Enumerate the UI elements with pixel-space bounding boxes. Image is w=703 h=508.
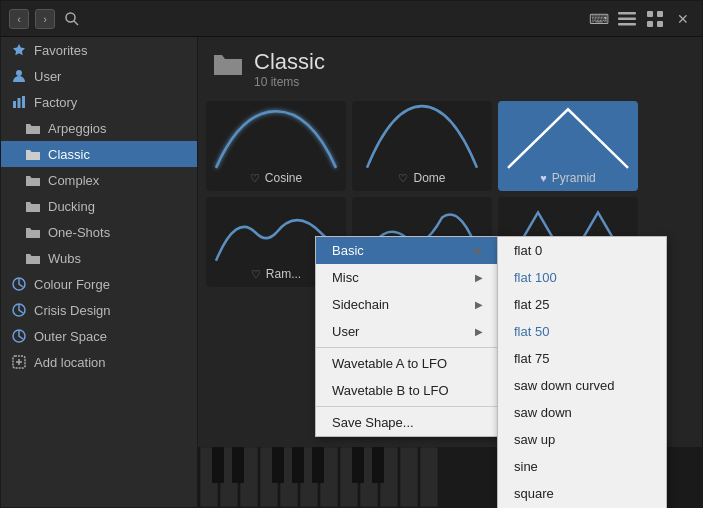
misc-submenu-arrow: ▶ xyxy=(475,272,483,283)
cosine-heart-icon: ♡ xyxy=(250,172,260,185)
keyboard-icon[interactable]: ⌨ xyxy=(588,8,610,30)
svg-point-9 xyxy=(16,70,22,76)
context-menu-item-sidechain[interactable]: Sidechain ▶ xyxy=(316,291,499,318)
svg-rect-34 xyxy=(272,447,284,483)
colour-forge-label: Colour Forge xyxy=(34,277,187,292)
sidebar-item-ducking[interactable]: Ducking xyxy=(1,193,197,219)
classic-folder-icon xyxy=(25,146,41,162)
sidebar-item-colour-forge[interactable]: Colour Forge xyxy=(1,271,197,297)
context-menu-item-misc[interactable]: Misc ▶ xyxy=(316,264,499,291)
sidebar-item-favorites[interactable]: Favorites xyxy=(1,37,197,63)
sidebar-item-add-location[interactable]: Add location xyxy=(1,349,197,375)
panel-title-block: Classic 10 items xyxy=(254,49,325,89)
waveform-cosine[interactable]: ♡ Cosine xyxy=(206,101,346,191)
sidebar-item-arpeggios[interactable]: Arpeggios xyxy=(1,115,197,141)
context-menu-item-basic[interactable]: Basic ▶ xyxy=(316,237,499,264)
pyramid-label: ♥ Pyramid xyxy=(540,171,596,185)
submenu-item-saw-down[interactable]: saw down xyxy=(498,399,666,426)
context-menu-item-save-shape[interactable]: Save Shape... xyxy=(316,409,499,436)
arpeggios-folder-icon xyxy=(25,120,41,136)
sidebar-item-user[interactable]: User xyxy=(1,63,197,89)
svg-rect-10 xyxy=(13,101,16,108)
submenu-item-square[interactable]: square xyxy=(498,480,666,507)
context-menu-item-wavetable-b[interactable]: Wavetable B to LFO xyxy=(316,377,499,404)
user-label: User xyxy=(34,69,187,84)
outer-space-label: Outer Space xyxy=(34,329,187,344)
submenu-item-flat-100[interactable]: flat 100 xyxy=(498,264,666,291)
sidebar: Favorites User xyxy=(1,37,198,507)
svg-rect-35 xyxy=(292,447,304,483)
wubs-label: Wubs xyxy=(48,251,187,266)
grid-view-icon[interactable] xyxy=(644,8,666,30)
cosine-label: ♡ Cosine xyxy=(250,171,302,185)
colour-forge-icon xyxy=(11,276,27,292)
submenu-item-saw-up[interactable]: saw up xyxy=(498,426,666,453)
sidebar-item-one-shots[interactable]: One-Shots xyxy=(1,219,197,245)
svg-rect-38 xyxy=(372,447,384,483)
panel-subtitle: 10 items xyxy=(254,75,325,89)
context-menu-separator-1 xyxy=(316,347,499,348)
ducking-label: Ducking xyxy=(48,199,187,214)
back-button[interactable]: ‹ xyxy=(9,9,29,29)
dome-label: ♡ Dome xyxy=(398,171,445,185)
user-submenu-arrow: ▶ xyxy=(475,326,483,337)
ducking-folder-icon xyxy=(25,198,41,214)
ramp-heart-icon: ♡ xyxy=(251,268,261,281)
submenu-item-flat-75[interactable]: flat 75 xyxy=(498,345,666,372)
svg-rect-30 xyxy=(400,447,418,507)
svg-rect-6 xyxy=(657,11,663,17)
favorites-label: Favorites xyxy=(34,43,187,58)
panel-header: Classic 10 items xyxy=(198,37,702,97)
one-shots-label: One-Shots xyxy=(48,225,187,240)
svg-rect-3 xyxy=(618,17,636,20)
list-view-icon[interactable] xyxy=(616,8,638,30)
submenu-item-flat-0[interactable]: flat 0 xyxy=(498,237,666,264)
submenu-item-flat-25[interactable]: flat 25 xyxy=(498,291,666,318)
svg-rect-11 xyxy=(18,98,21,108)
complex-folder-icon xyxy=(25,172,41,188)
search-field[interactable] xyxy=(93,11,582,26)
dome-heart-icon: ♡ xyxy=(398,172,408,185)
context-menu: Basic ▶ Misc ▶ Sidechain ▶ User ▶ Waveta… xyxy=(315,236,500,437)
favorites-icon xyxy=(11,42,27,58)
sidebar-item-outer-space[interactable]: Outer Space xyxy=(1,323,197,349)
panel-title: Classic xyxy=(254,49,325,75)
submenu: flat 0 flat 100 flat 25 flat 50 flat 75 … xyxy=(497,236,667,508)
svg-rect-5 xyxy=(647,11,653,17)
svg-rect-36 xyxy=(312,447,324,483)
search-input[interactable] xyxy=(93,11,582,26)
search-icon[interactable] xyxy=(61,8,83,30)
basic-submenu-arrow: ▶ xyxy=(475,245,483,256)
svg-rect-7 xyxy=(647,21,653,27)
crisis-design-label: Crisis Design xyxy=(34,303,187,318)
sidebar-item-complex[interactable]: Complex xyxy=(1,167,197,193)
factory-label: Factory xyxy=(34,95,187,110)
one-shots-folder-icon xyxy=(25,224,41,240)
submenu-item-sine[interactable]: sine xyxy=(498,453,666,480)
close-icon[interactable]: ✕ xyxy=(672,8,694,30)
sidebar-item-wubs[interactable]: Wubs xyxy=(1,245,197,271)
submenu-item-saw-down-curved[interactable]: saw down curved xyxy=(498,372,666,399)
sidechain-submenu-arrow: ▶ xyxy=(475,299,483,310)
submenu-item-flat-50[interactable]: flat 50 xyxy=(498,318,666,345)
waveform-pyramid[interactable]: ♥ Pyramid xyxy=(498,101,638,191)
classic-label: Classic xyxy=(48,147,187,162)
panel-folder-icon xyxy=(214,51,242,80)
svg-rect-32 xyxy=(212,447,224,483)
waveform-dome[interactable]: ♡ Dome xyxy=(352,101,492,191)
forward-button[interactable]: › xyxy=(35,9,55,29)
arpeggios-label: Arpeggios xyxy=(48,121,187,136)
sidebar-item-crisis-design[interactable]: Crisis Design xyxy=(1,297,197,323)
svg-rect-37 xyxy=(352,447,364,483)
titlebar: ‹ › ⌨ xyxy=(1,1,702,37)
sidebar-item-factory[interactable]: Factory xyxy=(1,89,197,115)
svg-rect-12 xyxy=(22,96,25,108)
context-menu-item-user[interactable]: User ▶ xyxy=(316,318,499,345)
svg-point-0 xyxy=(66,13,75,22)
context-menu-item-wavetable-a[interactable]: Wavetable A to LFO xyxy=(316,350,499,377)
wubs-folder-icon xyxy=(25,250,41,266)
add-location-label: Add location xyxy=(34,355,187,370)
crisis-design-icon xyxy=(11,302,27,318)
context-menu-separator-2 xyxy=(316,406,499,407)
sidebar-item-classic[interactable]: Classic xyxy=(1,141,197,167)
